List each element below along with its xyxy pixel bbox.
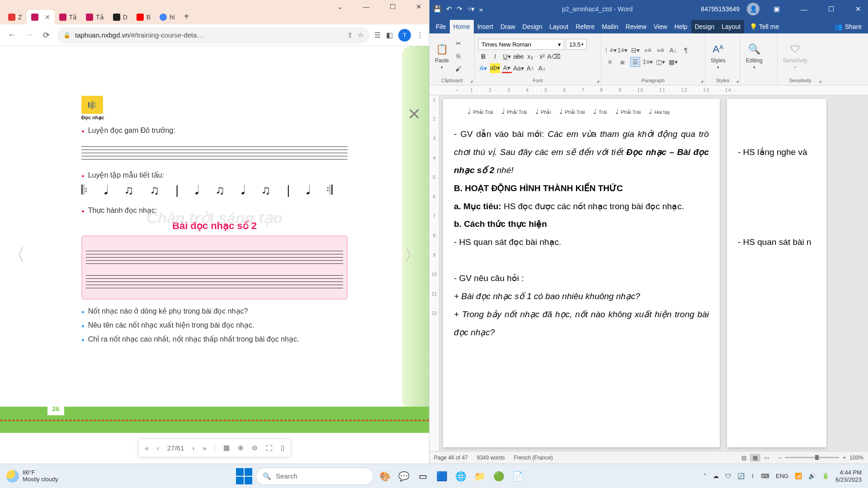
shrink-font-icon[interactable]: A↓: [537, 63, 547, 73]
align-left-icon[interactable]: ≡: [605, 57, 615, 67]
web-layout-icon[interactable]: ▭: [764, 455, 769, 461]
browser-tab-active[interactable]: ✕: [27, 10, 55, 24]
wifi-icon[interactable]: 📶: [795, 473, 802, 479]
tray-chevron-icon[interactable]: ˄: [703, 473, 707, 479]
close-tab-icon[interactable]: ✕: [45, 14, 50, 21]
tab-review[interactable]: Review: [622, 20, 650, 33]
tab-mailings[interactable]: Mailin: [598, 20, 622, 33]
prev-icon[interactable]: ‹: [157, 444, 159, 452]
language-status[interactable]: French (France): [514, 455, 553, 461]
zoom-in-icon[interactable]: ⊕: [238, 444, 244, 452]
edge-icon[interactable]: 🌐: [453, 469, 468, 484]
tab-view[interactable]: View: [650, 20, 671, 33]
onedrive-icon[interactable]: ☁: [713, 473, 719, 479]
document-page[interactable]: Phải TráiPhải TráiPhảiPhải TráiTráiPhải …: [443, 99, 720, 447]
volume-icon[interactable]: 🔊: [808, 473, 816, 479]
new-tab-button[interactable]: +: [179, 9, 194, 24]
qat-more-icon[interactable]: »: [479, 5, 483, 13]
update-icon[interactable]: 🔄: [737, 473, 745, 479]
format-painter-icon[interactable]: 🖌: [453, 64, 463, 74]
grow-font-icon[interactable]: A↑: [525, 63, 535, 73]
profile-button[interactable]: T: [398, 29, 411, 42]
read-mode-icon[interactable]: ▤: [741, 455, 746, 461]
last-page-icon[interactable]: »: [203, 444, 206, 452]
minimize-icon[interactable]: —: [359, 3, 374, 11]
bold-button[interactable]: B: [478, 52, 488, 61]
widgets-icon[interactable]: 🎨: [377, 469, 392, 484]
browser-tab[interactable]: Tả: [81, 10, 108, 24]
tab-help[interactable]: Help: [671, 20, 691, 33]
language-indicator[interactable]: ENG: [776, 473, 788, 479]
clear-format-icon[interactable]: A⌫: [549, 52, 559, 61]
tab-references[interactable]: Refere: [572, 20, 598, 33]
share-icon[interactable]: ⇧: [347, 31, 353, 39]
chevron-down-icon[interactable]: ⌄: [332, 3, 348, 11]
grid-view-icon[interactable]: ▦: [223, 444, 230, 452]
superscript-button[interactable]: x²: [537, 52, 547, 61]
paste-button[interactable]: 📋Paste▾: [433, 42, 451, 70]
highlight-icon[interactable]: ab▾: [490, 63, 500, 73]
reload-button[interactable]: ⟳: [40, 29, 52, 42]
undo-icon[interactable]: ↶: [446, 5, 452, 13]
copy-icon[interactable]: ⎘: [453, 51, 463, 61]
tab-draw[interactable]: Draw: [497, 20, 519, 33]
security-icon[interactable]: 🛡: [725, 473, 731, 479]
decrease-indent-icon[interactable]: «≡: [643, 45, 653, 55]
close-icon[interactable]: ✕: [848, 5, 868, 13]
show-marks-icon[interactable]: ¶: [681, 45, 691, 55]
teams-icon[interactable]: 🟦: [434, 469, 449, 484]
line-spacing-icon[interactable]: ‡≡▾: [643, 57, 653, 67]
minimize-icon[interactable]: —: [794, 5, 814, 13]
taskbar-search[interactable]: 🔍Search: [256, 468, 373, 485]
subscript-button[interactable]: x₂: [525, 52, 535, 61]
task-view-icon[interactable]: ▭: [415, 469, 430, 484]
tab-table-layout[interactable]: Layout: [718, 20, 744, 33]
change-case-icon[interactable]: Aa▾: [514, 63, 524, 73]
ribbon-display-icon[interactable]: ▣: [767, 5, 787, 13]
vertical-ruler[interactable]: 123456789101112: [429, 95, 439, 451]
browser-tab[interactable]: B: [132, 10, 155, 24]
user-avatar-icon[interactable]: 👤: [747, 3, 760, 15]
underline-button[interactable]: U▾: [502, 52, 512, 61]
strikethrough-button[interactable]: abc: [514, 52, 524, 61]
sensitivity-button[interactable]: 🛡Sensitivity▾: [781, 42, 809, 70]
next-icon[interactable]: ›: [192, 444, 194, 452]
shading-icon[interactable]: ◫▾: [656, 57, 665, 67]
font-size-select[interactable]: 13.5▾: [566, 39, 587, 50]
battery-icon[interactable]: 🔋: [822, 473, 829, 479]
word-count[interactable]: 9349 words: [477, 455, 505, 461]
fullscreen-icon[interactable]: ⛶: [266, 444, 273, 452]
browser-tab[interactable]: hì: [155, 10, 179, 24]
bookmark-icon[interactable]: ☆: [358, 31, 363, 39]
zoom-out-icon[interactable]: ⊖: [252, 444, 258, 452]
clock[interactable]: 4:44 PM 6/23/2023: [835, 469, 862, 483]
font-color-icon[interactable]: A▾: [502, 63, 512, 73]
tell-me-search[interactable]: 💡 Tell me: [744, 20, 784, 33]
chat-icon[interactable]: 💬: [396, 469, 411, 484]
zoom-level[interactable]: 100%: [849, 455, 863, 461]
increase-indent-icon[interactable]: »≡: [656, 45, 665, 55]
address-bar[interactable]: 🔒 taphuan.nxbgd.vn/#/training-course-det…: [57, 27, 370, 43]
next-page-button[interactable]: 〉: [404, 244, 421, 267]
weather-widget[interactable]: 86°FMostly cloudy: [6, 469, 58, 483]
numbering-icon[interactable]: 1≡▾: [618, 45, 627, 55]
redo-icon[interactable]: ↷: [457, 5, 462, 13]
align-center-icon[interactable]: ≣: [618, 57, 627, 67]
share-button[interactable]: 👥Share: [828, 20, 868, 33]
styles-button[interactable]: AᴬStyles▾: [709, 42, 727, 70]
zoom-slider[interactable]: [785, 457, 839, 458]
close-icon[interactable]: ✕: [411, 3, 426, 11]
zoom-in-button[interactable]: +: [843, 455, 846, 461]
first-page-icon[interactable]: «: [145, 444, 148, 452]
browser-tab[interactable]: D: [108, 10, 132, 24]
side-panel-icon[interactable]: ◧: [386, 31, 393, 39]
sort-icon[interactable]: A↓: [668, 45, 678, 55]
italic-button[interactable]: I: [490, 52, 500, 61]
maximize-icon[interactable]: ☐: [385, 3, 400, 11]
font-name-select[interactable]: Times New Roman▾: [478, 39, 564, 50]
page-status[interactable]: Page 46 of 47: [434, 455, 468, 461]
tab-design[interactable]: Design: [519, 20, 546, 33]
prev-page-button[interactable]: 〈: [8, 244, 25, 267]
tab-layout[interactable]: Layout: [546, 20, 572, 33]
tab-table-design[interactable]: Design: [691, 20, 718, 33]
